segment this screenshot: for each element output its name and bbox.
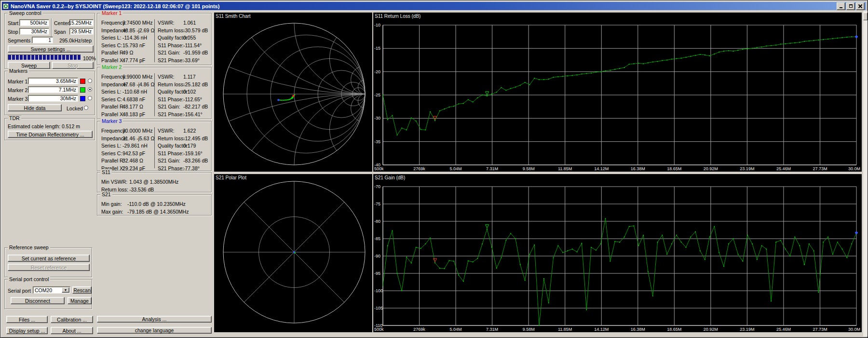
marker-2-frequency-input[interactable]: 7.1MHz <box>28 86 78 93</box>
min-vswr-value: 1.043 @ 1.38500MHz <box>129 178 178 186</box>
field-value: 29.234 pF <box>122 165 154 173</box>
center-frequency-input[interactable]: 15.25MHz <box>69 19 94 26</box>
svg-text:S21 Polar Plot: S21 Polar Plot <box>216 175 246 180</box>
stop-button: Stop <box>52 62 94 69</box>
marker-3-color-swatch[interactable] <box>80 96 85 101</box>
s21-gain-chart[interactable]: 500k2769k5.04M7.31M9.58M11.85M14.12M16.3… <box>373 174 862 332</box>
tdr-group: TDR Estimated cable length: 0.512 m Time… <box>4 118 95 140</box>
start-label: Start <box>8 20 18 26</box>
svg-text:23.19M: 23.19M <box>740 166 754 171</box>
svg-text:-105: -105 <box>374 306 383 311</box>
sweep-control-title: Sweep control <box>8 10 43 16</box>
sweep-progress-bar <box>8 54 81 60</box>
svg-text:S11 Smith Chart: S11 Smith Chart <box>216 14 251 19</box>
vertical-scrollbar[interactable] <box>863 11 868 337</box>
locked-checkbox[interactable] <box>84 106 88 110</box>
combobox-dropdown-icon[interactable]: ▼ <box>62 287 69 293</box>
marker-2-select-radio[interactable] <box>88 87 92 92</box>
svg-text:5.04M: 5.04M <box>450 327 462 332</box>
marker-1-frequency-input[interactable]: 3.65MHz <box>28 78 78 84</box>
display-setup-button[interactable]: Display setup ... <box>6 327 48 334</box>
marker-2-color-swatch[interactable] <box>80 87 85 93</box>
rescan-button[interactable]: Rescan <box>72 286 92 294</box>
svg-text:-75: -75 <box>374 202 380 206</box>
locked-label: Locked <box>67 106 83 111</box>
field-value: -29.861 nH <box>122 142 154 150</box>
svg-text:2769k: 2769k <box>413 327 425 332</box>
center-label: Center <box>54 20 69 26</box>
field-value: -110.68 nH <box>122 88 154 96</box>
hide-data-button[interactable]: Hide data <box>8 104 62 111</box>
stop-frequency-input[interactable]: 30MHz <box>19 28 49 35</box>
svg-text:-90: -90 <box>374 254 380 258</box>
field-value: 15.793 nF <box>122 42 154 50</box>
markers-group-title: Markers <box>8 68 29 74</box>
start-frequency-input[interactable]: 500kHz <box>19 19 49 26</box>
span-frequency-input[interactable]: 29.5MHz <box>69 28 94 35</box>
manage-button[interactable]: Manage <box>68 297 92 304</box>
field-value: 32.468 Ω <box>122 157 154 165</box>
reference-sweep-title: Reference sweep <box>8 244 50 250</box>
svg-text:-85: -85 <box>374 236 380 241</box>
segments-label: Segments <box>8 38 30 43</box>
field-value: 47.68 -j4.86 Ω <box>122 81 154 89</box>
svg-text:-35: -35 <box>374 139 380 144</box>
disconnect-button[interactable]: Disconnect <box>11 297 65 304</box>
segments-input[interactable]: 1 <box>32 37 53 43</box>
minimize-button[interactable] <box>837 2 845 10</box>
files-button[interactable]: Files ... <box>6 316 48 323</box>
marker-3-label: Marker 3 <box>8 96 27 102</box>
svg-text:7.31M: 7.31M <box>486 166 498 171</box>
close-icon <box>858 4 862 8</box>
scrollbar-thumb[interactable] <box>863 13 868 20</box>
marker-1-select-radio[interactable] <box>88 79 92 83</box>
field-value: 4.6838 nF <box>122 96 154 104</box>
s11-summary-panel: S11 Min VSWR: Return loss: 1.043 @ 1.385… <box>97 172 212 192</box>
s11-smith-chart[interactable]: S11 Smith Chart <box>214 13 372 172</box>
svg-text:S11 Return Loss (dB): S11 Return Loss (dB) <box>375 14 420 19</box>
smith-chart-canvas: S11 Smith Chart <box>214 13 372 172</box>
svg-text:30.0M: 30.0M <box>848 166 860 171</box>
progress-percent: 100% <box>83 55 96 61</box>
svg-text:30.0M: 30.0M <box>848 327 860 332</box>
svg-text:-30: -30 <box>374 116 380 121</box>
field-value: 1.117 <box>183 73 208 81</box>
s21-polar-plot[interactable]: S21 Polar Plot <box>214 174 372 332</box>
tdr-button[interactable]: Time Domain Reflectometry ... <box>8 131 93 138</box>
field-value: 48.183 pF <box>122 111 154 119</box>
svg-text:20.92M: 20.92M <box>704 166 718 171</box>
change-language-button[interactable]: change language <box>97 327 212 334</box>
marker-3-select-radio[interactable] <box>88 96 92 100</box>
svg-text:16.38M: 16.38M <box>631 327 645 332</box>
marker-2-info-panel: Marker 2Frequency:Impedance:Series L:Ser… <box>97 67 212 119</box>
analysis-button[interactable]: Analysis ... <box>97 316 212 323</box>
marker-1-color-swatch[interactable] <box>80 79 85 84</box>
close-button[interactable] <box>856 2 865 10</box>
marker-3-frequency-input[interactable]: 30MHz <box>28 95 78 102</box>
set-reference-button[interactable]: Set current as reference <box>8 255 90 262</box>
s11-return-loss-chart[interactable]: 500k2769k5.04M7.31M9.58M11.85M14.12M16.3… <box>373 13 862 172</box>
calibration-button[interactable]: Calibration ... <box>51 316 93 323</box>
return-loss-value: -33.536 dB <box>129 186 178 194</box>
window-title: NanoVNA Saver 0.2.2--by SYSJOINT (Sweep1… <box>11 3 837 9</box>
tdr-group-title: TDR <box>8 115 21 121</box>
serial-port-value: COM20 <box>35 287 52 293</box>
about-button[interactable]: About ... <box>51 327 93 334</box>
svg-text:9.58M: 9.58M <box>523 166 535 171</box>
max-gain-label: Max gain: <box>101 208 123 216</box>
sweep-settings-button[interactable]: Sweep settings ... <box>8 45 94 53</box>
field-value: -25.182 dB <box>183 81 208 89</box>
field-value: 1.622 <box>183 127 208 135</box>
app-icon <box>3 3 9 9</box>
maximize-button[interactable] <box>846 2 855 10</box>
svg-text:11.85M: 11.85M <box>558 166 572 171</box>
serial-port-combobox[interactable]: COM20 ▼ <box>33 286 70 294</box>
svg-text:14.12M: 14.12M <box>594 166 609 171</box>
field-value: 48.177 Ω <box>122 103 154 111</box>
minimize-icon <box>840 7 842 8</box>
svg-text:-25: -25 <box>374 93 380 97</box>
svg-text:11.85M: 11.85M <box>558 327 572 332</box>
cable-length-label: Estimated cable length: <box>8 123 60 129</box>
max-gain-value: -79.185 dB @ 14.3650MHz <box>127 208 189 216</box>
field-value: -83.266 dB <box>183 157 208 165</box>
